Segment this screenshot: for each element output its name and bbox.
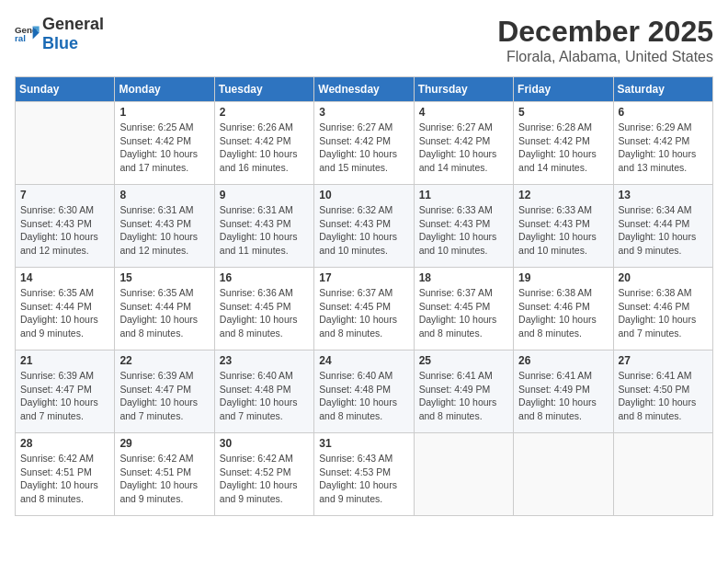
day-number: 13 (619, 189, 708, 201)
day-cell: 20Sunrise: 6:38 AM Sunset: 4:46 PM Dayli… (613, 268, 712, 350)
week-row-2: 14Sunrise: 6:35 AM Sunset: 4:44 PM Dayli… (16, 268, 713, 350)
day-number: 22 (119, 354, 209, 367)
day-info: Sunrise: 6:42 AM Sunset: 4:51 PM Dayligh… (119, 452, 209, 506)
day-cell: 1Sunrise: 6:25 AM Sunset: 4:42 PM Daylig… (115, 102, 214, 185)
day-number: 15 (119, 271, 209, 284)
day-cell: 5Sunrise: 6:28 AM Sunset: 4:42 PM Daylig… (514, 102, 613, 185)
day-cell: 29Sunrise: 6:42 AM Sunset: 4:51 PM Dayli… (115, 433, 214, 516)
day-cell: 30Sunrise: 6:42 AM Sunset: 4:52 PM Dayli… (214, 433, 313, 516)
day-cell: 15Sunrise: 6:35 AM Sunset: 4:44 PM Dayli… (115, 268, 214, 350)
header-cell-sunday: Sunday (16, 77, 115, 102)
day-info: Sunrise: 6:38 AM Sunset: 4:46 PM Dayligh… (619, 286, 708, 340)
day-cell: 27Sunrise: 6:41 AM Sunset: 4:50 PM Dayli… (613, 350, 712, 433)
calendar-body: 1Sunrise: 6:25 AM Sunset: 4:42 PM Daylig… (16, 102, 713, 516)
svg-text:ral: ral (15, 33, 26, 43)
day-number: 4 (419, 106, 508, 119)
day-cell: 16Sunrise: 6:36 AM Sunset: 4:45 PM Dayli… (214, 268, 313, 350)
header: Gene ral General Blue December 2025 Flor… (15, 15, 713, 65)
day-info: Sunrise: 6:28 AM Sunset: 4:42 PM Dayligh… (518, 121, 608, 175)
calendar-table: SundayMondayTuesdayWednesdayThursdayFrid… (15, 76, 713, 516)
day-number: 28 (20, 437, 109, 450)
day-cell: 22Sunrise: 6:39 AM Sunset: 4:47 PM Dayli… (115, 350, 214, 433)
logo-general: General (42, 15, 104, 33)
day-cell: 21Sunrise: 6:39 AM Sunset: 4:47 PM Dayli… (16, 350, 115, 433)
day-info: Sunrise: 6:40 AM Sunset: 4:48 PM Dayligh… (319, 369, 408, 423)
day-info: Sunrise: 6:32 AM Sunset: 4:43 PM Dayligh… (319, 203, 408, 258)
logo-blue: Blue (42, 34, 78, 52)
day-cell (613, 433, 712, 516)
day-number: 24 (319, 354, 408, 367)
main-title: December 2025 (497, 15, 713, 49)
day-number: 9 (220, 189, 309, 201)
day-number: 20 (619, 271, 708, 284)
day-cell: 24Sunrise: 6:40 AM Sunset: 4:48 PM Dayli… (314, 350, 414, 433)
logo-icon: Gene ral (15, 21, 40, 47)
day-number: 26 (518, 354, 608, 367)
day-number: 17 (319, 271, 408, 284)
day-cell: 12Sunrise: 6:33 AM Sunset: 4:43 PM Dayli… (514, 185, 613, 268)
day-info: Sunrise: 6:41 AM Sunset: 4:49 PM Dayligh… (518, 369, 608, 423)
day-info: Sunrise: 6:27 AM Sunset: 4:42 PM Dayligh… (419, 121, 508, 175)
day-cell: 6Sunrise: 6:29 AM Sunset: 4:42 PM Daylig… (613, 102, 712, 185)
header-cell-thursday: Thursday (414, 77, 513, 102)
day-number: 18 (419, 271, 508, 284)
day-number: 11 (419, 189, 508, 201)
day-number: 21 (20, 354, 109, 367)
day-cell: 10Sunrise: 6:32 AM Sunset: 4:43 PM Dayli… (314, 185, 414, 268)
day-number: 1 (119, 106, 209, 119)
day-number: 25 (419, 354, 508, 367)
day-cell: 3Sunrise: 6:27 AM Sunset: 4:42 PM Daylig… (314, 102, 414, 185)
header-cell-saturday: Saturday (613, 77, 712, 102)
day-number: 19 (518, 271, 608, 284)
day-info: Sunrise: 6:42 AM Sunset: 4:51 PM Dayligh… (20, 452, 109, 506)
day-info: Sunrise: 6:43 AM Sunset: 4:53 PM Dayligh… (319, 452, 408, 506)
day-info: Sunrise: 6:31 AM Sunset: 4:43 PM Dayligh… (220, 203, 309, 258)
day-cell: 14Sunrise: 6:35 AM Sunset: 4:44 PM Dayli… (16, 268, 115, 350)
day-number: 27 (619, 354, 708, 367)
day-cell: 19Sunrise: 6:38 AM Sunset: 4:46 PM Dayli… (514, 268, 613, 350)
day-info: Sunrise: 6:27 AM Sunset: 4:42 PM Dayligh… (319, 121, 408, 175)
header-cell-tuesday: Tuesday (214, 77, 313, 102)
day-info: Sunrise: 6:39 AM Sunset: 4:47 PM Dayligh… (20, 369, 109, 423)
day-info: Sunrise: 6:30 AM Sunset: 4:43 PM Dayligh… (20, 203, 109, 258)
day-number: 5 (518, 106, 608, 119)
header-cell-wednesday: Wednesday (314, 77, 414, 102)
header-row: SundayMondayTuesdayWednesdayThursdayFrid… (16, 77, 713, 102)
day-number: 23 (220, 354, 309, 367)
day-cell (16, 102, 115, 185)
day-cell: 23Sunrise: 6:40 AM Sunset: 4:48 PM Dayli… (214, 350, 313, 433)
day-number: 14 (20, 271, 109, 284)
day-number: 10 (319, 189, 408, 201)
day-cell: 8Sunrise: 6:31 AM Sunset: 4:43 PM Daylig… (115, 185, 214, 268)
logo: Gene ral General Blue (15, 15, 104, 53)
day-cell: 9Sunrise: 6:31 AM Sunset: 4:43 PM Daylig… (214, 185, 313, 268)
day-cell: 25Sunrise: 6:41 AM Sunset: 4:49 PM Dayli… (414, 350, 513, 433)
day-cell: 26Sunrise: 6:41 AM Sunset: 4:49 PM Dayli… (514, 350, 613, 433)
day-info: Sunrise: 6:35 AM Sunset: 4:44 PM Dayligh… (119, 286, 209, 340)
day-number: 29 (119, 437, 209, 450)
day-info: Sunrise: 6:26 AM Sunset: 4:42 PM Dayligh… (220, 121, 309, 175)
week-row-1: 7Sunrise: 6:30 AM Sunset: 4:43 PM Daylig… (16, 185, 713, 268)
calendar-header: SundayMondayTuesdayWednesdayThursdayFrid… (16, 77, 713, 102)
day-info: Sunrise: 6:33 AM Sunset: 4:43 PM Dayligh… (419, 203, 508, 258)
day-info: Sunrise: 6:40 AM Sunset: 4:48 PM Dayligh… (220, 369, 309, 423)
day-cell (414, 433, 513, 516)
day-cell: 18Sunrise: 6:37 AM Sunset: 4:45 PM Dayli… (414, 268, 513, 350)
day-cell: 7Sunrise: 6:30 AM Sunset: 4:43 PM Daylig… (16, 185, 115, 268)
day-number: 8 (119, 189, 209, 201)
day-info: Sunrise: 6:25 AM Sunset: 4:42 PM Dayligh… (119, 121, 209, 175)
day-number: 3 (319, 106, 408, 119)
day-info: Sunrise: 6:42 AM Sunset: 4:52 PM Dayligh… (220, 452, 309, 506)
header-cell-friday: Friday (514, 77, 613, 102)
day-info: Sunrise: 6:37 AM Sunset: 4:45 PM Dayligh… (319, 286, 408, 340)
week-row-3: 21Sunrise: 6:39 AM Sunset: 4:47 PM Dayli… (16, 350, 713, 433)
day-info: Sunrise: 6:38 AM Sunset: 4:46 PM Dayligh… (518, 286, 608, 340)
day-info: Sunrise: 6:37 AM Sunset: 4:45 PM Dayligh… (419, 286, 508, 340)
day-info: Sunrise: 6:31 AM Sunset: 4:43 PM Dayligh… (119, 203, 209, 258)
day-cell: 11Sunrise: 6:33 AM Sunset: 4:43 PM Dayli… (414, 185, 513, 268)
day-number: 12 (518, 189, 608, 201)
day-info: Sunrise: 6:36 AM Sunset: 4:45 PM Dayligh… (220, 286, 309, 340)
day-number: 7 (20, 189, 109, 201)
sub-title: Florala, Alabama, United States (497, 49, 713, 65)
day-cell: 13Sunrise: 6:34 AM Sunset: 4:44 PM Dayli… (613, 185, 712, 268)
